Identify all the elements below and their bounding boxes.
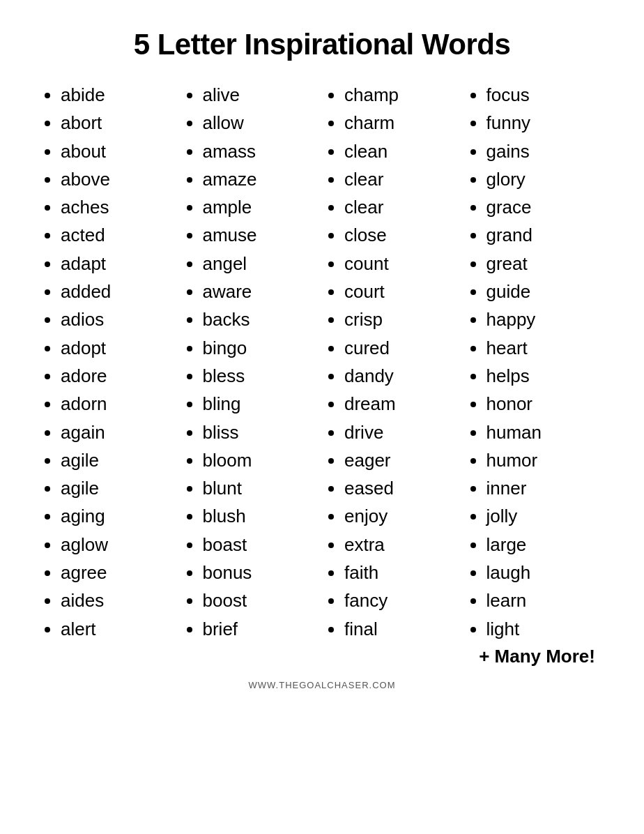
list-item: dream: [344, 390, 457, 418]
list-item: gains: [486, 137, 599, 165]
list-item: aches: [61, 193, 174, 221]
list-item: adios: [61, 305, 174, 333]
list-item: guide: [486, 278, 599, 305]
list-item: honor: [486, 390, 599, 418]
list-item: light: [486, 615, 599, 643]
list-item: large: [486, 531, 599, 559]
word-column-2: aliveallowamassamazeampleamuseangelaware…: [184, 81, 319, 643]
list-item: bloom: [203, 446, 316, 474]
list-item: blunt: [203, 474, 316, 502]
list-item: agree: [61, 559, 174, 586]
list-item: drive: [344, 418, 457, 446]
list-item: aides: [61, 586, 174, 614]
list-item: clean: [344, 137, 457, 165]
list-item: backs: [203, 305, 316, 333]
list-item: amaze: [203, 165, 316, 193]
word-list-1: abideabortaboutaboveachesactedadaptadded…: [45, 81, 174, 643]
list-item: again: [61, 418, 174, 446]
list-item: humor: [486, 446, 599, 474]
list-item: eager: [344, 446, 457, 474]
list-item: agile: [61, 446, 174, 474]
list-item: happy: [486, 305, 599, 333]
word-column-1: abideabortaboutaboveachesactedadaptadded…: [42, 81, 177, 643]
list-item: clear: [344, 165, 457, 193]
list-item: great: [486, 250, 599, 278]
word-list-2: aliveallowamassamazeampleamuseangelaware…: [187, 81, 316, 643]
list-item: agile: [61, 474, 174, 502]
list-item: extra: [344, 531, 457, 559]
list-item: added: [61, 278, 174, 305]
list-item: adapt: [61, 250, 174, 278]
list-item: clear: [344, 193, 457, 221]
list-item: boost: [203, 586, 316, 614]
list-item: charm: [344, 109, 457, 137]
list-item: allow: [203, 109, 316, 137]
list-item: court: [344, 278, 457, 305]
list-item: jolly: [486, 502, 599, 530]
word-column-3: champcharmcleanclearclearclosecountcourt…: [325, 81, 461, 643]
list-item: above: [61, 165, 174, 193]
list-item: adorn: [61, 390, 174, 418]
list-item: inner: [486, 474, 599, 502]
list-item: count: [344, 250, 457, 278]
list-item: crisp: [344, 305, 457, 333]
list-item: bless: [203, 362, 316, 390]
list-item: eased: [344, 474, 457, 502]
list-item: funny: [486, 109, 599, 137]
list-item: ample: [203, 193, 316, 221]
list-item: enjoy: [344, 502, 457, 530]
list-item: amuse: [203, 221, 316, 249]
word-list-3: champcharmcleanclearclearclosecountcourt…: [329, 81, 457, 643]
list-item: grace: [486, 193, 599, 221]
more-label: + Many More!: [42, 646, 602, 667]
list-item: alive: [203, 81, 316, 109]
list-item: blush: [203, 502, 316, 530]
list-item: bingo: [203, 334, 316, 362]
list-item: laugh: [486, 559, 599, 586]
list-item: helps: [486, 362, 599, 390]
word-columns: abideabortaboutaboveachesactedadaptadded…: [42, 81, 602, 643]
list-item: adore: [61, 362, 174, 390]
list-item: aging: [61, 502, 174, 530]
list-item: glory: [486, 165, 599, 193]
list-item: aware: [203, 278, 316, 305]
list-item: boast: [203, 531, 316, 559]
list-item: close: [344, 221, 457, 249]
list-item: human: [486, 418, 599, 446]
list-item: amass: [203, 137, 316, 165]
list-item: cured: [344, 334, 457, 362]
list-item: about: [61, 137, 174, 165]
list-item: bliss: [203, 418, 316, 446]
list-item: dandy: [344, 362, 457, 390]
list-item: faith: [344, 559, 457, 586]
list-item: focus: [486, 81, 599, 109]
list-item: abide: [61, 81, 174, 109]
list-item: fancy: [344, 586, 457, 614]
footer-url: WWW.THEGOALCHASER.COM: [42, 680, 602, 690]
list-item: adopt: [61, 334, 174, 362]
word-list-4: focusfunnygainsglorygracegrandgreatguide…: [471, 81, 599, 643]
list-item: bling: [203, 390, 316, 418]
list-item: grand: [486, 221, 599, 249]
list-item: abort: [61, 109, 174, 137]
list-item: aglow: [61, 531, 174, 559]
list-item: learn: [486, 586, 599, 614]
list-item: acted: [61, 221, 174, 249]
list-item: bonus: [203, 559, 316, 586]
word-column-4: focusfunnygainsglorygracegrandgreatguide…: [468, 81, 603, 643]
list-item: brief: [203, 615, 316, 643]
list-item: angel: [203, 250, 316, 278]
list-item: final: [344, 615, 457, 643]
list-item: champ: [344, 81, 457, 109]
list-item: heart: [486, 334, 599, 362]
page-title: 5 Letter Inspirational Words: [42, 28, 602, 61]
list-item: alert: [61, 615, 174, 643]
